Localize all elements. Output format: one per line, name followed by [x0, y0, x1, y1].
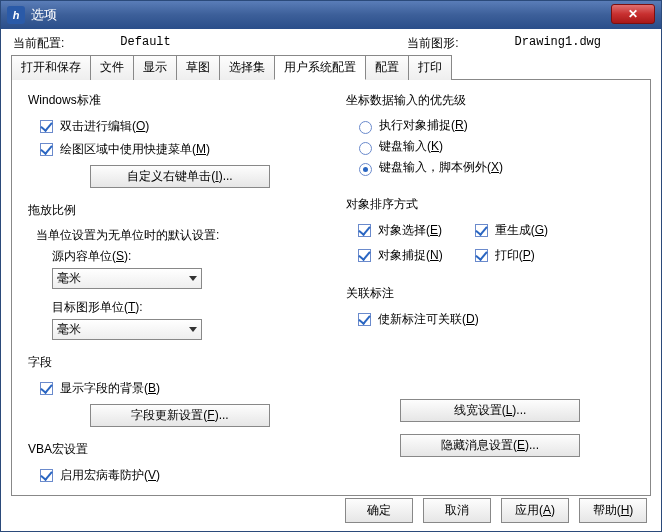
checkbox-sort-regen[interactable]: 重生成(G)	[471, 221, 548, 240]
group-field: 字段	[28, 354, 324, 371]
checkbox-field-bg-input[interactable]	[40, 382, 53, 395]
radio-keyboard[interactable]: 键盘输入(K)	[354, 138, 642, 155]
checkbox-sort-print-input[interactable]	[475, 249, 488, 262]
group-vba: VBA宏设置	[28, 441, 324, 458]
close-button[interactable]: ✕	[611, 4, 655, 24]
checkbox-macro-virus[interactable]: 启用宏病毒防护(V)	[36, 466, 324, 485]
current-profile-label: 当前配置:	[13, 35, 64, 52]
chevron-down-icon	[189, 276, 197, 281]
lineweight-settings-button[interactable]: 线宽设置(L)...	[400, 399, 580, 422]
close-icon: ✕	[628, 7, 638, 21]
checkbox-sort-print[interactable]: 打印(P)	[471, 246, 548, 265]
scale-subtitle: 当单位设置为无单位时的默认设置:	[36, 227, 324, 244]
tab-5[interactable]: 用户系统配置	[274, 55, 366, 80]
checkbox-sort-osnap-input[interactable]	[358, 249, 371, 262]
chevron-down-icon	[189, 327, 197, 332]
group-sort: 对象排序方式	[346, 196, 642, 213]
src-units-label: 源内容单位(S):	[52, 248, 324, 265]
hidden-message-settings-button[interactable]: 隐藏消息设置(E)...	[400, 434, 580, 457]
cancel-button[interactable]: 取消	[423, 498, 491, 523]
tab-2[interactable]: 显示	[133, 55, 177, 80]
checkbox-assoc-dim[interactable]: 使新标注可关联(D)	[354, 310, 642, 329]
tab-6[interactable]: 配置	[365, 55, 409, 80]
checkbox-sort-sel-input[interactable]	[358, 224, 371, 237]
checkbox-sort-osnap[interactable]: 对象捕捉(N)	[354, 246, 443, 265]
current-drawing-label: 当前图形:	[407, 35, 458, 52]
group-assoc-dim: 关联标注	[346, 285, 642, 302]
app-icon: h	[7, 6, 25, 24]
custom-right-click-button[interactable]: 自定义右键单击(I)...	[90, 165, 270, 188]
checkbox-assoc-dim-input[interactable]	[358, 313, 371, 326]
field-update-settings-button[interactable]: 字段更新设置(F)...	[90, 404, 270, 427]
tab-4[interactable]: 选择集	[219, 55, 275, 80]
tgt-units-select[interactable]: 毫米	[52, 319, 202, 340]
current-drawing-value: Drawing1.dwg	[515, 35, 601, 52]
radio-exec-osnap-input[interactable]	[359, 121, 372, 134]
tab-3[interactable]: 草图	[176, 55, 220, 80]
checkbox-sort-sel[interactable]: 对象选择(E)	[354, 221, 443, 240]
radio-exec-osnap[interactable]: 执行对象捕捉(R)	[354, 117, 642, 134]
checkbox-sort-regen-input[interactable]	[475, 224, 488, 237]
checkbox-dblclick-edit[interactable]: 双击进行编辑(O)	[36, 117, 324, 136]
apply-button[interactable]: 应用(A)	[501, 498, 569, 523]
radio-keyboard-except-script-input[interactable]	[359, 163, 372, 176]
group-drag-scale: 拖放比例	[28, 202, 324, 219]
group-windows-standard: Windows标准	[28, 92, 324, 109]
checkbox-shortcut-menu[interactable]: 绘图区域中使用快捷菜单(M)	[36, 140, 324, 159]
current-profile-value: Default	[120, 35, 170, 52]
tgt-units-label: 目标图形单位(T):	[52, 299, 324, 316]
checkbox-field-bg[interactable]: 显示字段的背景(B)	[36, 379, 324, 398]
checkbox-dblclick-edit-input[interactable]	[40, 120, 53, 133]
window-title: 选项	[31, 6, 57, 24]
help-button[interactable]: 帮助(H)	[579, 498, 647, 523]
radio-keyboard-except-script[interactable]: 键盘输入，脚本例外(X)	[354, 159, 642, 176]
tab-0[interactable]: 打开和保存	[11, 55, 91, 80]
checkbox-shortcut-menu-input[interactable]	[40, 143, 53, 156]
src-units-select[interactable]: 毫米	[52, 268, 202, 289]
tab-7[interactable]: 打印	[408, 55, 452, 80]
checkbox-macro-virus-input[interactable]	[40, 469, 53, 482]
group-coord-priority: 坐标数据输入的优先级	[346, 92, 642, 109]
tab-1[interactable]: 文件	[90, 55, 134, 80]
ok-button[interactable]: 确定	[345, 498, 413, 523]
radio-keyboard-input[interactable]	[359, 142, 372, 155]
